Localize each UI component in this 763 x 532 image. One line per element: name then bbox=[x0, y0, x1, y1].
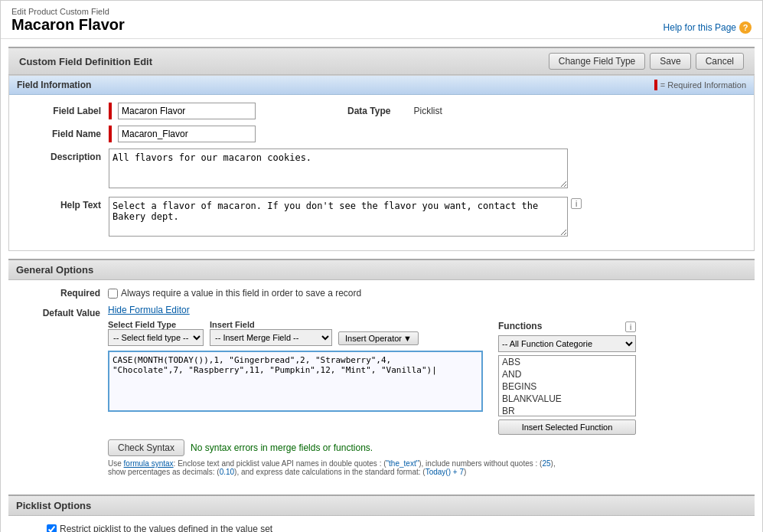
help-text-textarea[interactable]: Select a flavor of macaron. If you don't… bbox=[109, 197, 568, 237]
field-label-label: Field Label bbox=[24, 103, 109, 116]
hide-formula-link[interactable]: Hide Formula Editor bbox=[108, 305, 190, 315]
help-text-field: Select a flavor of macaron. If you don't… bbox=[109, 197, 739, 237]
field-name-required-bar bbox=[109, 126, 112, 142]
field-name-label: Field Name bbox=[24, 126, 109, 139]
select-field-type-group: Select Field Type -- Select field type -… bbox=[108, 320, 204, 346]
general-options-section: General Options Required Always require … bbox=[8, 259, 755, 487]
general-options-body: Required Always require a value in this … bbox=[8, 280, 755, 487]
save-button-top[interactable]: Save bbox=[650, 53, 690, 70]
picklist-body: Restrict picklist to the values defined … bbox=[8, 516, 755, 532]
picklist-title: Picklist Options bbox=[16, 500, 91, 511]
help-text-wrapper: Select a flavor of macaron. If you don't… bbox=[109, 197, 739, 237]
formula-syntax-link[interactable]: formula syntax bbox=[124, 459, 174, 468]
description-row: Description All flavors for our macaron … bbox=[24, 149, 739, 191]
select-field-type-label: Select Field Type bbox=[108, 320, 204, 329]
check-syntax-button[interactable]: Check Syntax bbox=[108, 439, 184, 456]
insert-field-group: Insert Field -- Insert Merge Field -- bbox=[210, 320, 332, 346]
help-text-info-icon[interactable]: i bbox=[571, 198, 582, 209]
function-item-blankvalue[interactable]: BLANKVALUE bbox=[499, 393, 635, 405]
field-label-required-bar bbox=[109, 103, 112, 119]
description-field: All flavors for our macaron cookies. bbox=[109, 149, 739, 191]
default-value-row: Default Value Hide Formula Editor Select… bbox=[24, 305, 739, 476]
top-toolbar: Change Field Type Save Cancel bbox=[549, 53, 744, 70]
field-label-input-wrapper bbox=[109, 103, 256, 119]
syntax-ok-text: No syntax errors in merge fields or func… bbox=[191, 442, 373, 453]
general-options-header: General Options bbox=[8, 259, 755, 280]
change-field-type-button-top[interactable]: Change Field Type bbox=[549, 53, 646, 70]
required-row: Required Always require a value in this … bbox=[24, 288, 739, 299]
required-checkbox-label: Always require a value in this field in … bbox=[108, 288, 739, 299]
default-value-field: Hide Formula Editor Select Field Type --… bbox=[108, 305, 739, 476]
page-header: Edit Product Custom Field Macaron Flavor… bbox=[1, 1, 762, 39]
field-info-body: Field Label Data Type Picklist bbox=[9, 95, 754, 250]
formula-textarea[interactable]: CASE(MONTH(TODAY()),1, "Gingerbread",2, … bbox=[108, 351, 483, 412]
main-content: Custom Field Definition Edit Change Fiel… bbox=[1, 39, 762, 532]
default-value-label: Default Value bbox=[24, 305, 108, 318]
field-name-input[interactable] bbox=[118, 126, 256, 142]
data-type-value: Picklist bbox=[413, 106, 442, 116]
picklist-restrict-label: Restrict picklist to the values defined … bbox=[47, 524, 272, 532]
general-options-title: General Options bbox=[16, 264, 93, 276]
check-syntax-row: Check Syntax No syntax errors in merge f… bbox=[108, 439, 739, 456]
help-link[interactable]: Help for this Page ? bbox=[664, 21, 752, 34]
field-name-input-wrapper bbox=[109, 126, 739, 142]
field-info-title: Field Information bbox=[17, 80, 91, 90]
required-field-label: Required bbox=[24, 288, 108, 299]
field-label-field: Data Type Picklist bbox=[109, 103, 739, 119]
insert-operator-button[interactable]: Insert Operator ▼ bbox=[338, 331, 419, 345]
field-name-row: Field Name bbox=[24, 126, 739, 142]
section-header: Custom Field Definition Edit Change Fiel… bbox=[8, 47, 755, 75]
insert-selected-function-button[interactable]: Insert Selected Function bbox=[498, 419, 636, 435]
picklist-restrict-checkbox[interactable] bbox=[47, 524, 57, 533]
page-header-left: Edit Product Custom Field Macaron Flavor bbox=[11, 7, 125, 34]
formula-controls: Select Field Type -- Select field type -… bbox=[108, 320, 483, 346]
page-wrapper: Edit Product Custom Field Macaron Flavor… bbox=[0, 0, 763, 532]
cancel-button-top[interactable]: Cancel bbox=[696, 53, 744, 70]
field-info-header: Field Information = Required Information bbox=[9, 76, 754, 95]
function-item-abs[interactable]: ABS bbox=[499, 356, 635, 368]
required-bar-icon bbox=[654, 80, 657, 90]
select-field-type-dropdown[interactable]: -- Select field type -- bbox=[108, 329, 204, 346]
function-item-and[interactable]: AND bbox=[499, 368, 635, 380]
data-type-label: Data Type bbox=[347, 106, 390, 116]
required-checkbox-text: Always require a value in this field in … bbox=[121, 288, 361, 299]
required-legend: = Required Information bbox=[654, 80, 746, 90]
insert-field-dropdown[interactable]: -- Insert Merge Field -- bbox=[210, 329, 332, 346]
function-item-begins[interactable]: BEGINS bbox=[499, 380, 635, 393]
functions-list: ABS AND BEGINS BLANKVALUE BR CASE bbox=[498, 355, 636, 416]
required-legend-text: = Required Information bbox=[660, 80, 746, 90]
picklist-restrict-text: Restrict picklist to the values defined … bbox=[60, 524, 272, 532]
help-text-label: Help Text bbox=[24, 197, 109, 211]
function-item-br[interactable]: BR bbox=[499, 405, 635, 416]
field-name-field bbox=[109, 126, 739, 142]
formula-hint: Use formula syntax: Enclose text and pic… bbox=[108, 459, 567, 476]
insert-field-label: Insert Field bbox=[210, 320, 332, 329]
functions-label: Functions bbox=[498, 321, 542, 331]
page-title: Macaron Flavor bbox=[11, 16, 125, 34]
required-checkbox[interactable] bbox=[108, 289, 118, 299]
formula-editor-area: Select Field Type -- Select field type -… bbox=[108, 320, 739, 435]
description-textarea[interactable]: All flavors for our macaron cookies. bbox=[109, 149, 568, 188]
help-text-row: Help Text Select a flavor of macaron. If… bbox=[24, 197, 739, 237]
field-label-row: Field Label Data Type Picklist bbox=[24, 103, 739, 119]
functions-panel: Functions i -- All Function Categorie AB… bbox=[498, 320, 636, 435]
functions-category-dropdown[interactable]: -- All Function Categorie bbox=[498, 335, 636, 352]
description-label: Description bbox=[24, 149, 109, 162]
insert-operator-arrow: ▼ bbox=[403, 334, 412, 343]
insert-operator-label: Insert Operator bbox=[345, 334, 402, 343]
required-field: Always require a value in this field in … bbox=[108, 288, 739, 299]
formula-left: Select Field Type -- Select field type -… bbox=[108, 320, 483, 435]
field-label-input[interactable] bbox=[118, 103, 256, 119]
edit-label: Edit Product Custom Field bbox=[11, 7, 125, 16]
help-icon: ? bbox=[739, 21, 752, 34]
field-info-section: Field Information = Required Information… bbox=[8, 75, 755, 251]
picklist-section: Picklist Options Restrict picklist to th… bbox=[8, 494, 755, 532]
functions-header: Functions i bbox=[498, 320, 636, 332]
section-title: Custom Field Definition Edit bbox=[19, 56, 152, 67]
functions-info-icon[interactable]: i bbox=[625, 321, 636, 332]
picklist-header: Picklist Options bbox=[8, 494, 755, 516]
picklist-restrict-row: Restrict picklist to the values defined … bbox=[47, 524, 739, 532]
help-link-text: Help for this Page bbox=[664, 22, 736, 33]
data-type-wrapper: Data Type Picklist bbox=[347, 106, 442, 116]
data-type-row: Data Type Picklist bbox=[109, 103, 739, 119]
